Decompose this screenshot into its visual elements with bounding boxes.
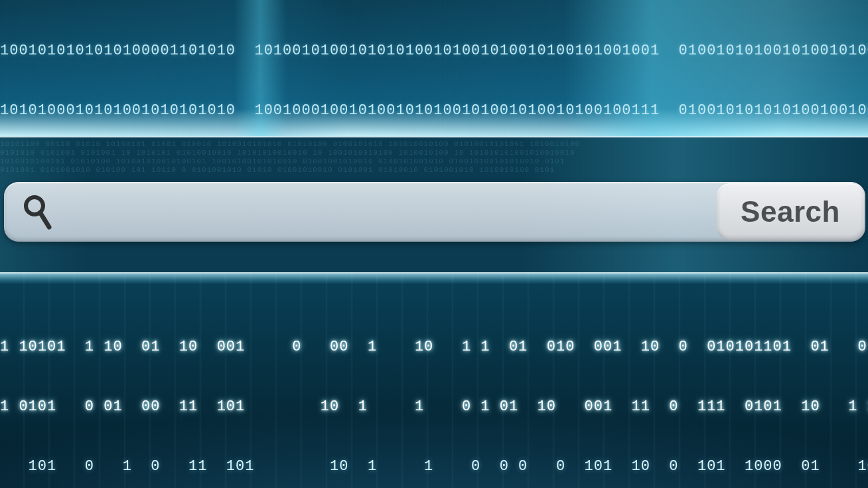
binary-row: 1 0101 0 01 00 11 101 10 1 1 0 1 01 10 0… <box>0 397 868 417</box>
binary-row: 101 0 1 0 11 101 10 1 1 0 0 0 0 101 10 0… <box>0 457 868 477</box>
search-button[interactable]: Search <box>717 183 864 240</box>
binary-row: 1 10101 1 10 01 10 001 0 00 1 10 1 1 01 … <box>0 337 868 357</box>
binary-bottom-band: 1 10101 1 10 01 10 001 0 00 1 10 1 1 01 … <box>0 274 868 488</box>
search-input[interactable] <box>70 182 717 242</box>
binary-row: 1001010101010100001101010 10100101001010… <box>0 41 868 61</box>
search-bar: Search <box>4 182 865 242</box>
light-streaks <box>0 274 868 488</box>
binary-row: 1010100010101001010101010 10010001001010… <box>0 101 868 121</box>
binary-top-band: 1001010101010100001101010 10100101001010… <box>0 0 868 137</box>
search-icon <box>4 182 70 242</box>
svg-line-1 <box>40 213 49 227</box>
